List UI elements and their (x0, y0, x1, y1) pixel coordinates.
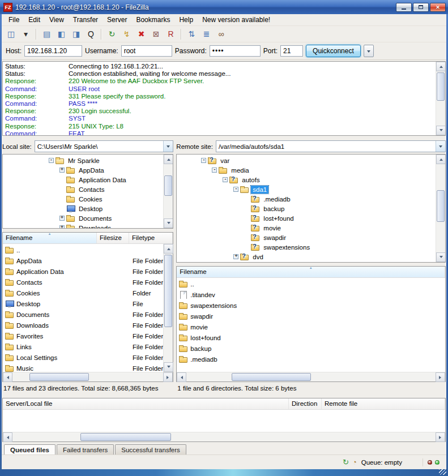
remote-tree-item-swapextensions[interactable]: swapextensions (178, 242, 435, 252)
expand-icon[interactable]: + (59, 225, 65, 229)
menu-item-edit[interactable]: Edit (24, 15, 45, 25)
local-tree-item-mr-sparkle[interactable]: -Mr Sparkle (4, 156, 163, 165)
collapse-icon[interactable]: - (201, 158, 206, 163)
site-manager-button[interactable]: ◫ (4, 28, 18, 41)
refresh-button[interactable]: ↻ (105, 28, 119, 41)
local-tree-item-documents[interactable]: +Documents (4, 213, 163, 223)
scroll-thumb[interactable] (437, 190, 445, 222)
scroll-track[interactable] (186, 372, 436, 381)
toggle-message-log-button[interactable]: ▤ (40, 28, 54, 41)
scroll-up-icon[interactable] (164, 244, 173, 254)
resize-grip-icon[interactable] (439, 469, 446, 475)
maximize-button[interactable] (413, 3, 429, 12)
remote-list-horizontal-scrollbar[interactable] (177, 372, 445, 381)
local-tree-item-downloads[interactable]: +Downloads (4, 223, 163, 229)
collapse-icon[interactable]: - (233, 187, 238, 192)
minimize-button[interactable] (396, 3, 412, 12)
remote-tree-item-dvd[interactable]: +dvd (178, 252, 435, 261)
file-row-cookies[interactable]: CookiesFolder (3, 288, 163, 298)
scroll-left-icon[interactable] (3, 432, 12, 442)
toggle-local-tree-button[interactable]: ◧ (54, 28, 69, 41)
column-header-filename[interactable]: Filename▴ (177, 267, 445, 277)
file-row-[interactable]: .. (3, 245, 163, 255)
remote-tree-item-autofs[interactable]: -autofs (178, 175, 435, 185)
scroll-thumb[interactable] (437, 72, 445, 101)
menu-item-file[interactable]: File (4, 15, 24, 25)
local-tree-item-appdata[interactable]: +AppData (4, 165, 163, 175)
password-input[interactable] (210, 45, 261, 57)
remote-tree-vertical-scrollbar[interactable] (436, 155, 445, 262)
scroll-thumb[interactable] (80, 433, 171, 441)
collapse-icon[interactable]: - (212, 168, 217, 173)
file-row-[interactable]: .. (177, 278, 445, 289)
speed-limits-icon[interactable]: ◔ (352, 458, 357, 466)
file-row-links[interactable]: LinksFile Folder (3, 341, 163, 352)
file-row-local-settings[interactable]: Local SettingsFile Folder (3, 352, 163, 363)
scroll-up-icon[interactable] (436, 155, 446, 164)
queue-horizontal-scrollbar[interactable] (3, 432, 445, 441)
file-row-appdata[interactable]: AppDataFile Folder (3, 255, 163, 266)
scroll-track[interactable] (436, 164, 445, 252)
file-row-mediadb[interactable]: .mediadb (177, 354, 445, 364)
menu-item-help[interactable]: Help (174, 15, 198, 25)
local-tree-vertical-scrollbar[interactable] (163, 155, 173, 228)
username-input[interactable] (121, 45, 172, 57)
remote-tree-item-lost-found[interactable]: lost+found (178, 213, 435, 223)
scroll-down-icon[interactable] (436, 126, 446, 135)
remote-tree-item-media[interactable]: -media (178, 165, 435, 175)
remote-site-combo[interactable]: /var/media/autofs/sda1 (216, 140, 446, 152)
scroll-down-icon[interactable] (164, 362, 173, 372)
file-row-desktop[interactable]: DesktopFile (3, 298, 163, 309)
collapse-icon[interactable]: - (49, 158, 54, 163)
column-header-direction[interactable]: Direction (289, 398, 322, 409)
scroll-thumb[interactable] (164, 175, 172, 196)
file-row-movie[interactable]: movie (177, 321, 445, 332)
scroll-thumb[interactable] (232, 373, 311, 381)
file-row-swapdir[interactable]: swapdir (177, 311, 445, 321)
column-header-server-local-file[interactable]: Server/Local file (3, 398, 289, 409)
local-tree-item-contacts[interactable]: Contacts (4, 185, 163, 194)
file-row-titandev[interactable]: .titandev (177, 289, 445, 300)
column-header-filename[interactable]: Filename▴ (3, 233, 97, 243)
scroll-track[interactable] (164, 254, 173, 362)
local-list-vertical-scrollbar[interactable] (163, 244, 173, 372)
close-button[interactable] (430, 3, 446, 12)
local-tree-item-application-data[interactable]: Application Data (4, 175, 163, 185)
remote-tree-item-backup[interactable]: backup (178, 204, 435, 213)
quickconnect-dropdown-button[interactable] (364, 45, 374, 57)
menu-item-transfer[interactable]: Transfer (69, 15, 103, 25)
host-input[interactable] (24, 45, 82, 57)
scroll-up-icon[interactable] (436, 62, 446, 71)
scroll-track[interactable] (12, 372, 163, 381)
filter-status-icon[interactable]: ↻ (343, 458, 349, 466)
toggle-remote-tree-button[interactable]: ◨ (69, 28, 83, 41)
local-list-horizontal-scrollbar[interactable] (3, 372, 173, 381)
tab-queued-files[interactable]: Queued files (4, 444, 56, 454)
title-bar[interactable]: FZ 192.168.1.20 - root@192.168.1.20 - Fi… (0, 0, 448, 14)
reconnect-button[interactable]: R (164, 28, 178, 41)
tab-failed-transfers[interactable]: Failed transfers (57, 444, 114, 454)
filename-filters-button[interactable]: Q (84, 28, 98, 41)
scroll-right-icon[interactable] (436, 372, 445, 382)
quickconnect-button[interactable]: Quickconnect (306, 45, 361, 57)
scroll-track[interactable] (12, 432, 436, 441)
scroll-thumb[interactable] (164, 255, 172, 327)
file-row-contacts[interactable]: ContactsFile Folder (3, 277, 163, 288)
remote-tree-item-mediadb[interactable]: .mediadb (178, 194, 435, 204)
scroll-down-icon[interactable] (436, 252, 446, 262)
column-header-filetype[interactable]: Filetype (129, 233, 173, 243)
local-tree-item-desktop[interactable]: Desktop (4, 204, 163, 213)
chevron-down-icon[interactable] (163, 141, 173, 152)
scroll-down-icon[interactable] (164, 218, 173, 228)
local-tree-item-cookies[interactable]: Cookies (4, 194, 163, 204)
file-row-downloads[interactable]: DownloadsFile Folder (3, 320, 163, 331)
find-files-button[interactable]: ∞ (214, 28, 228, 41)
process-queue-button[interactable]: ↯ (120, 28, 134, 41)
local-site-combo[interactable]: C:\Users\Mr Sparkle\ (35, 140, 174, 152)
expand-icon[interactable]: + (233, 254, 238, 259)
expand-icon[interactable]: + (59, 216, 65, 221)
file-row-swapextensions[interactable]: swapextensions (177, 300, 445, 311)
scroll-right-icon[interactable] (163, 372, 173, 382)
file-row-lost-found[interactable]: lost+found (177, 332, 445, 343)
remote-tree-item-movie[interactable]: movie (178, 223, 435, 233)
